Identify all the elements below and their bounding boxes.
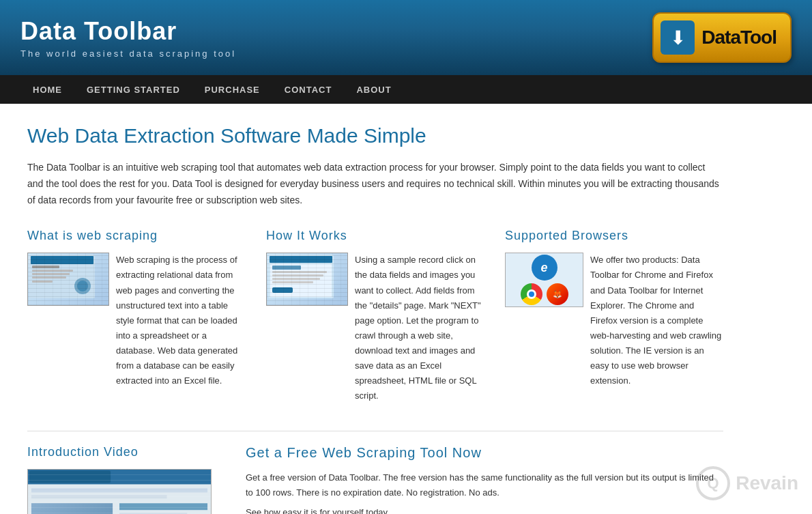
svg-point-7	[74, 278, 91, 294]
svg-rect-6	[32, 281, 53, 283]
bottom-columns: Introduction Video	[27, 445, 723, 514]
svg-rect-15	[272, 278, 320, 280]
col-scraping-text: Web scraping is the process of extractin…	[116, 253, 246, 388]
col-heading-scraping: What is web scraping	[27, 229, 246, 243]
svg-rect-23	[31, 504, 113, 514]
svg-rect-18	[28, 470, 211, 514]
col-browsers-text: We offer two products: Data Toolbar for …	[590, 253, 723, 388]
revain-q-icon: Q	[696, 466, 730, 500]
svg-rect-20	[29, 471, 111, 483]
svg-rect-16	[272, 281, 313, 283]
svg-rect-13	[272, 271, 327, 273]
col-video: Introduction Video	[27, 445, 225, 514]
col-scraping-content: Web scraping is the process of extractin…	[27, 253, 246, 388]
svg-rect-12	[272, 266, 301, 270]
logo-text: DataTool	[701, 27, 777, 48]
firefox-icon: 🦊	[547, 283, 568, 305]
col-browsers: Supported Browsers e	[505, 229, 723, 403]
revain-watermark: Q Revain	[696, 466, 798, 500]
browsers-image: e 🦊	[505, 253, 583, 307]
ie-icon: e	[532, 255, 557, 281]
col-how-it-works: How It Works Using a sample	[266, 229, 484, 403]
col-heading-how: How It Works	[266, 229, 484, 243]
svg-rect-4	[32, 273, 70, 275]
svg-rect-1	[31, 256, 93, 264]
col-heading-browsers: Supported Browsers	[505, 229, 723, 243]
intro-paragraph: The Data Toolbar is an intuitive web scr…	[27, 160, 723, 208]
svg-rect-24	[31, 504, 113, 514]
col-browsers-content: e 🦊 We offer two p	[505, 253, 723, 388]
scraping-image	[27, 253, 109, 306]
revain-label: Revain	[736, 472, 798, 494]
svg-rect-11	[270, 264, 332, 297]
free-tool-body1: Get a free version of Data Toolbar. The …	[246, 470, 723, 500]
col-how-text: Using a sample record click on the data …	[355, 253, 484, 403]
free-tool-heading: Get a Free Web Scraping Tool Now	[246, 445, 723, 461]
free-tool-body2: See how easy it is for yourself today.	[246, 505, 723, 514]
main-content: Web Data Extraction Software Made Simple…	[0, 104, 751, 514]
video-heading: Introduction Video	[27, 445, 225, 459]
svg-rect-17	[272, 287, 293, 293]
main-nav: HOME GETTING STARTED PURCHASE CONTACT AB…	[0, 75, 812, 104]
how-it-works-image	[266, 253, 348, 306]
chrome-icon	[521, 283, 542, 305]
svg-rect-10	[270, 256, 332, 263]
svg-point-8	[77, 281, 88, 291]
site-subtitle: The world easiest data scraping tool	[20, 48, 236, 59]
header-branding: Data Toolbar The world easiest data scra…	[20, 17, 236, 59]
nav-purchase[interactable]: PURCHASE	[192, 75, 272, 104]
svg-rect-5	[32, 276, 66, 279]
svg-rect-21	[31, 489, 207, 493]
svg-rect-2	[32, 266, 59, 268]
nav-getting-started[interactable]: GETTING STARTED	[74, 75, 192, 104]
col-free-tool: Get a Free Web Scraping Tool Now Get a f…	[246, 445, 723, 514]
svg-rect-9	[268, 255, 334, 298]
nav-about[interactable]: ABOUT	[344, 75, 403, 104]
logo-badge: ⬇ DataTool	[652, 12, 792, 63]
page-title: Web Data Extraction Software Made Simple	[27, 124, 723, 147]
svg-rect-3	[32, 270, 73, 272]
section-divider-1	[27, 431, 723, 431]
site-header: Data Toolbar The world easiest data scra…	[0, 0, 812, 75]
svg-rect-22	[31, 496, 167, 499]
nav-home[interactable]: HOME	[20, 75, 74, 104]
site-title: Data Toolbar	[20, 17, 236, 46]
svg-rect-28	[119, 504, 207, 511]
svg-rect-0	[29, 255, 95, 298]
svg-rect-19	[28, 470, 211, 485]
svg-rect-14	[272, 274, 323, 276]
col-web-scraping: What is web scraping Web scr	[27, 229, 246, 403]
col-how-content: Using a sample record click on the data …	[266, 253, 484, 403]
download-icon: ⬇	[661, 20, 695, 55]
feature-columns: What is web scraping Web scr	[27, 229, 723, 403]
video-thumbnail[interactable]	[27, 469, 212, 514]
nav-contact[interactable]: CONTACT	[272, 75, 345, 104]
